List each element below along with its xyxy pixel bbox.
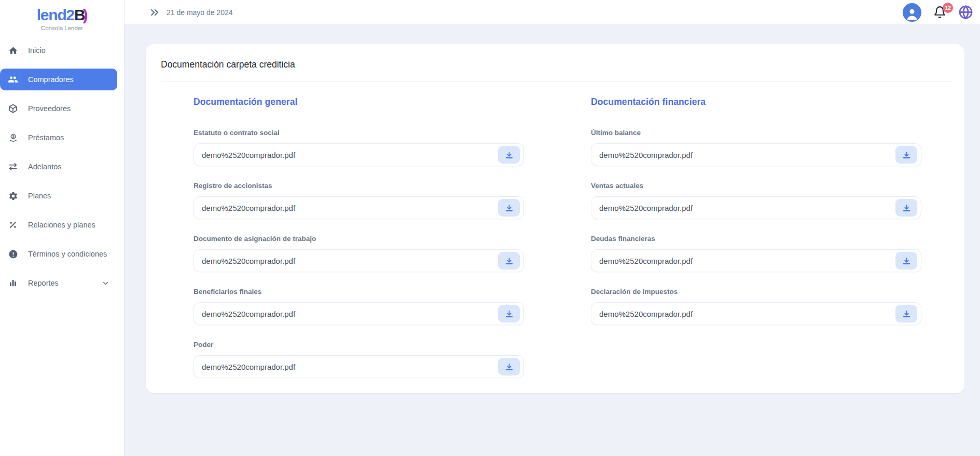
download-button[interactable]: [498, 199, 520, 217]
sidebar-item-terminos-y-condiciones[interactable]: Términos y condiciones: [0, 243, 117, 265]
documentation-card: Documentación carpeta crediticia Documen…: [146, 44, 964, 393]
file-input[interactable]: demo%2520comprador.pdf: [194, 302, 524, 325]
field-label: Registro de accionistas: [194, 181, 524, 191]
sidebar-item-compradores[interactable]: Compradores: [0, 69, 117, 90]
cube-icon: [8, 103, 18, 114]
language-globe-button[interactable]: [958, 5, 973, 20]
main-content: Documentación carpeta crediticia Documen…: [125, 25, 980, 456]
brand-subtitle: Consola Lender: [0, 25, 124, 31]
logo-accent-mark: ): [83, 6, 88, 23]
sidebar-item-label: Reportes: [28, 279, 59, 287]
field-label: Poder: [194, 340, 524, 350]
topbar: 21 de mayo de 2024 12: [125, 0, 980, 25]
svg-text:$: $: [12, 135, 14, 139]
file-name: demo%2520comprador.pdf: [202, 204, 295, 212]
logo-primary-text: lend2: [37, 6, 74, 23]
download-icon: [505, 363, 514, 371]
download-button[interactable]: [895, 252, 917, 270]
topbar-actions: 12: [903, 3, 973, 22]
notification-badge: 12: [943, 3, 953, 13]
current-date: 21 de mayo de 2024: [167, 8, 233, 17]
sidebar-item-proveedores[interactable]: Proveedores: [0, 98, 117, 119]
file-input[interactable]: demo%2520comprador.pdf: [591, 249, 921, 272]
file-input[interactable]: demo%2520comprador.pdf: [591, 196, 921, 219]
download-icon: [505, 151, 514, 159]
sidebar-item-relaciones-y-planes[interactable]: Relaciones y planes: [0, 214, 117, 236]
user-icon: [904, 6, 920, 22]
chevron-down-icon[interactable]: [102, 279, 109, 287]
download-icon: [902, 151, 911, 159]
download-icon: [505, 257, 514, 265]
file-name: demo%2520comprador.pdf: [202, 310, 295, 318]
field-estatuto-o-contrato-social: Estatuto o contrato social demo%2520comp…: [194, 128, 524, 166]
sidebar-item-label: Términos y condiciones: [28, 250, 107, 258]
file-input[interactable]: demo%2520comprador.pdf: [591, 302, 921, 325]
section-title: Documentación general: [194, 97, 524, 108]
double-chevron-right-icon[interactable]: [149, 7, 160, 18]
download-icon: [902, 204, 911, 212]
field-label: Deudas financieras: [591, 234, 921, 244]
sidebar-item-prestamos[interactable]: $ Préstamos: [0, 127, 117, 149]
field-poder: Poder demo%2520comprador.pdf: [194, 340, 524, 378]
user-avatar[interactable]: [903, 3, 921, 22]
download-button[interactable]: [498, 252, 520, 270]
percent-icon: [8, 220, 18, 230]
field-label: Documento de asignación de trabajo: [194, 234, 524, 244]
field-beneficiarios-finales: Beneficiarios finales demo%2520comprador…: [194, 287, 524, 325]
download-button[interactable]: [498, 305, 520, 323]
sidebar-item-adelantos[interactable]: Adelantos: [0, 156, 117, 178]
field-ventas-actuales: Ventas actuales demo%2520comprador.pdf: [591, 181, 921, 219]
sidebar-item-inicio[interactable]: Inicio: [0, 39, 117, 61]
download-button[interactable]: [895, 199, 917, 217]
file-input[interactable]: demo%2520comprador.pdf: [194, 355, 524, 378]
gear-icon: [8, 191, 18, 201]
download-button[interactable]: [498, 146, 520, 164]
file-name: demo%2520comprador.pdf: [202, 363, 295, 371]
section-documentacion-financiera: Documentación financiera Último balance …: [591, 82, 921, 378]
brand-logo-text: lend2B): [0, 6, 124, 24]
bar-chart-icon: [8, 278, 18, 288]
file-name: demo%2520comprador.pdf: [599, 204, 693, 212]
coin-icon: $: [8, 132, 18, 143]
section-documentacion-general: Documentación general Estatuto o contrat…: [194, 82, 524, 378]
field-label: Estatuto o contrato social: [194, 128, 524, 138]
sidebar-item-label: Adelantos: [28, 163, 62, 171]
sidebar-item-label: Inicio: [28, 46, 46, 55]
download-icon: [505, 310, 514, 318]
file-name: demo%2520comprador.pdf: [599, 151, 693, 159]
field-declaracion-de-impuestos: Declaración de impuestos demo%2520compra…: [591, 287, 921, 325]
file-name: demo%2520comprador.pdf: [599, 257, 693, 265]
file-input[interactable]: demo%2520comprador.pdf: [194, 196, 524, 219]
file-name: demo%2520comprador.pdf: [599, 310, 693, 318]
buyers-people-icon: [8, 74, 18, 85]
section-title: Documentación financiera: [591, 97, 921, 108]
globe-icon: [958, 5, 973, 20]
sidebar-item-label: Préstamos: [28, 133, 64, 142]
field-label: Beneficiarios finales: [194, 287, 524, 297]
download-icon: [902, 257, 911, 265]
sidebar-item-planes[interactable]: Planes: [0, 185, 117, 207]
sidebar-item-label: Proveedores: [28, 104, 71, 113]
sidebar: lend2B) Consola Lender Inicio Compradore…: [0, 0, 125, 456]
notifications-button[interactable]: 12: [933, 6, 946, 19]
download-button[interactable]: [895, 146, 917, 164]
file-input[interactable]: demo%2520comprador.pdf: [194, 143, 524, 166]
field-deudas-financieras: Deudas financieras demo%2520comprador.pd…: [591, 234, 921, 272]
sidebar-item-label: Relaciones y planes: [28, 221, 95, 229]
field-label: Ventas actuales: [591, 181, 921, 191]
sidebar-nav: Inicio Compradores Proveedores $ Préstam…: [0, 31, 124, 294]
sidebar-item-label: Compradores: [28, 75, 74, 84]
sidebar-item-reportes[interactable]: Reportes: [0, 272, 117, 294]
file-input[interactable]: demo%2520comprador.pdf: [591, 143, 921, 166]
file-name: demo%2520comprador.pdf: [202, 257, 295, 265]
field-documento-de-asignacion-de-trabajo: Documento de asignación de trabajo demo%…: [194, 234, 524, 272]
field-label: Declaración de impuestos: [591, 287, 921, 297]
page-title: Documentación carpeta crediticia: [146, 44, 964, 82]
field-label: Último balance: [591, 128, 921, 138]
file-input[interactable]: demo%2520comprador.pdf: [194, 249, 524, 272]
download-button[interactable]: [895, 305, 917, 323]
file-name: demo%2520comprador.pdf: [202, 151, 295, 159]
download-button[interactable]: [498, 358, 520, 375]
home-icon: [8, 45, 18, 56]
transfer-arrows-icon: [8, 162, 18, 172]
